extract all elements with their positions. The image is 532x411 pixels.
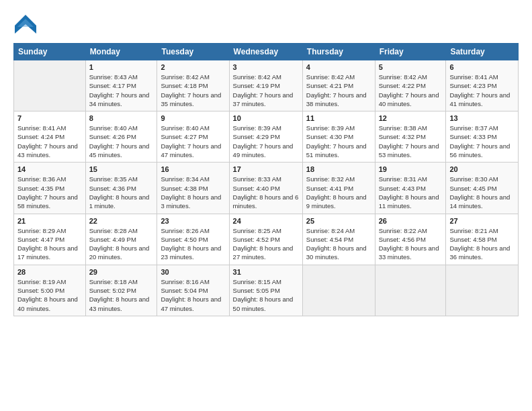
calendar-cell: 30Sunrise: 8:16 AMSunset: 5:04 PMDayligh… xyxy=(157,265,229,316)
day-info: Sunrise: 8:21 AMSunset: 4:58 PMDaylight:… xyxy=(449,226,515,262)
calendar-cell: 15Sunrise: 8:35 AMSunset: 4:36 PMDayligh… xyxy=(85,163,157,214)
weekday-header-row: SundayMondayTuesdayWednesdayThursdayFrid… xyxy=(14,44,519,60)
day-number: 22 xyxy=(89,217,154,225)
day-info: Sunrise: 8:42 AMSunset: 4:22 PMDaylight:… xyxy=(379,73,443,108)
day-number: 17 xyxy=(233,165,299,173)
day-number: 18 xyxy=(306,165,371,173)
day-info: Sunrise: 8:37 AMSunset: 4:33 PMDaylight:… xyxy=(449,124,515,159)
calendar-cell: 14Sunrise: 8:36 AMSunset: 4:35 PMDayligh… xyxy=(14,163,86,214)
day-number: 6 xyxy=(449,63,515,71)
day-number: 31 xyxy=(233,268,299,276)
day-info: Sunrise: 8:19 AMSunset: 5:00 PMDaylight:… xyxy=(17,277,82,313)
day-number: 9 xyxy=(161,114,225,122)
day-info: Sunrise: 8:31 AMSunset: 4:43 PMDaylight:… xyxy=(379,175,443,210)
calendar-cell: 26Sunrise: 8:22 AMSunset: 4:56 PMDayligh… xyxy=(375,214,446,265)
calendar-cell: 2Sunrise: 8:42 AMSunset: 4:18 PMDaylight… xyxy=(157,60,229,111)
calendar-cell: 31Sunrise: 8:15 AMSunset: 5:05 PMDayligh… xyxy=(229,265,302,316)
day-info: Sunrise: 8:41 AMSunset: 4:24 PMDaylight:… xyxy=(17,124,82,159)
weekday-header-friday: Friday xyxy=(375,44,446,60)
weekday-header-sunday: Sunday xyxy=(14,44,86,60)
calendar-cell: 17Sunrise: 8:33 AMSunset: 4:40 PMDayligh… xyxy=(229,163,302,214)
day-number: 10 xyxy=(233,114,299,122)
calendar-cell xyxy=(375,265,446,316)
calendar-cell: 7Sunrise: 8:41 AMSunset: 4:24 PMDaylight… xyxy=(14,111,86,163)
day-number: 1 xyxy=(89,63,154,71)
day-info: Sunrise: 8:28 AMSunset: 4:49 PMDaylight:… xyxy=(89,226,154,262)
calendar-cell: 6Sunrise: 8:41 AMSunset: 4:23 PMDaylight… xyxy=(446,60,519,111)
calendar-week-row: 21Sunrise: 8:29 AMSunset: 4:47 PMDayligh… xyxy=(14,214,519,265)
day-info: Sunrise: 8:40 AMSunset: 4:27 PMDaylight:… xyxy=(161,124,225,159)
weekday-header-tuesday: Tuesday xyxy=(157,44,229,60)
day-info: Sunrise: 8:36 AMSunset: 4:35 PMDaylight:… xyxy=(17,175,82,210)
day-info: Sunrise: 8:18 AMSunset: 5:02 PMDaylight:… xyxy=(89,277,154,313)
day-info: Sunrise: 8:24 AMSunset: 4:54 PMDaylight:… xyxy=(306,226,371,262)
day-number: 19 xyxy=(379,165,443,173)
day-number: 15 xyxy=(89,165,154,173)
day-info: Sunrise: 8:42 AMSunset: 4:21 PMDaylight:… xyxy=(306,73,371,108)
calendar-cell: 5Sunrise: 8:42 AMSunset: 4:22 PMDaylight… xyxy=(375,60,446,111)
calendar-cell: 3Sunrise: 8:42 AMSunset: 4:19 PMDaylight… xyxy=(229,60,302,111)
day-number: 23 xyxy=(161,217,225,225)
day-number: 26 xyxy=(379,217,443,225)
day-info: Sunrise: 8:43 AMSunset: 4:17 PMDaylight:… xyxy=(89,73,154,108)
day-number: 5 xyxy=(379,63,443,71)
day-info: Sunrise: 8:15 AMSunset: 5:05 PMDaylight:… xyxy=(233,277,299,313)
day-info: Sunrise: 8:32 AMSunset: 4:41 PMDaylight:… xyxy=(306,175,371,210)
day-info: Sunrise: 8:16 AMSunset: 5:04 PMDaylight:… xyxy=(161,277,225,313)
calendar-cell: 9Sunrise: 8:40 AMSunset: 4:27 PMDaylight… xyxy=(157,111,229,163)
calendar-cell: 18Sunrise: 8:32 AMSunset: 4:41 PMDayligh… xyxy=(302,163,375,214)
calendar-cell: 20Sunrise: 8:30 AMSunset: 4:45 PMDayligh… xyxy=(446,163,519,214)
day-number: 30 xyxy=(161,268,225,276)
day-info: Sunrise: 8:39 AMSunset: 4:29 PMDaylight:… xyxy=(233,124,299,159)
day-number: 12 xyxy=(379,114,443,122)
weekday-header-wednesday: Wednesday xyxy=(229,44,302,60)
calendar-cell: 22Sunrise: 8:28 AMSunset: 4:49 PMDayligh… xyxy=(85,214,157,265)
day-number: 11 xyxy=(306,114,371,122)
day-number: 7 xyxy=(17,114,82,122)
calendar-cell xyxy=(302,265,375,316)
calendar-cell: 16Sunrise: 8:34 AMSunset: 4:38 PMDayligh… xyxy=(157,163,229,214)
calendar-cell: 13Sunrise: 8:37 AMSunset: 4:33 PMDayligh… xyxy=(446,111,519,163)
calendar-table: SundayMondayTuesdayWednesdayThursdayFrid… xyxy=(13,43,519,316)
day-number: 28 xyxy=(17,268,82,276)
logo-icon xyxy=(13,12,38,36)
calendar-cell: 19Sunrise: 8:31 AMSunset: 4:43 PMDayligh… xyxy=(375,163,446,214)
day-number: 13 xyxy=(449,114,515,122)
day-info: Sunrise: 8:25 AMSunset: 4:52 PMDaylight:… xyxy=(233,226,299,262)
calendar-cell: 24Sunrise: 8:25 AMSunset: 4:52 PMDayligh… xyxy=(229,214,302,265)
calendar-cell: 29Sunrise: 8:18 AMSunset: 5:02 PMDayligh… xyxy=(85,265,157,316)
calendar-cell: 27Sunrise: 8:21 AMSunset: 4:58 PMDayligh… xyxy=(446,214,519,265)
calendar-cell xyxy=(14,60,86,111)
day-info: Sunrise: 8:34 AMSunset: 4:38 PMDaylight:… xyxy=(161,175,225,210)
day-info: Sunrise: 8:40 AMSunset: 4:26 PMDaylight:… xyxy=(89,124,154,159)
calendar-week-row: 1Sunrise: 8:43 AMSunset: 4:17 PMDaylight… xyxy=(14,60,519,111)
calendar-week-row: 28Sunrise: 8:19 AMSunset: 5:00 PMDayligh… xyxy=(14,265,519,316)
calendar-cell: 11Sunrise: 8:39 AMSunset: 4:30 PMDayligh… xyxy=(302,111,375,163)
calendar-body: 1Sunrise: 8:43 AMSunset: 4:17 PMDaylight… xyxy=(14,60,519,316)
weekday-header-saturday: Saturday xyxy=(446,44,519,60)
calendar-cell xyxy=(446,265,519,316)
page: SundayMondayTuesdayWednesdayThursdayFrid… xyxy=(0,0,532,411)
day-number: 25 xyxy=(306,217,371,225)
day-number: 8 xyxy=(89,114,154,122)
day-number: 29 xyxy=(89,268,154,276)
day-info: Sunrise: 8:35 AMSunset: 4:36 PMDaylight:… xyxy=(89,175,154,210)
day-info: Sunrise: 8:41 AMSunset: 4:23 PMDaylight:… xyxy=(449,73,515,108)
day-info: Sunrise: 8:26 AMSunset: 4:50 PMDaylight:… xyxy=(161,226,225,262)
weekday-header-monday: Monday xyxy=(85,44,157,60)
calendar-cell: 23Sunrise: 8:26 AMSunset: 4:50 PMDayligh… xyxy=(157,214,229,265)
calendar-cell: 21Sunrise: 8:29 AMSunset: 4:47 PMDayligh… xyxy=(14,214,86,265)
calendar-cell: 12Sunrise: 8:38 AMSunset: 4:32 PMDayligh… xyxy=(375,111,446,163)
day-info: Sunrise: 8:30 AMSunset: 4:45 PMDaylight:… xyxy=(449,175,515,210)
calendar-cell: 25Sunrise: 8:24 AMSunset: 4:54 PMDayligh… xyxy=(302,214,375,265)
day-number: 16 xyxy=(161,165,225,173)
day-info: Sunrise: 8:33 AMSunset: 4:40 PMDaylight:… xyxy=(233,175,299,210)
day-number: 14 xyxy=(17,165,82,173)
calendar-week-row: 14Sunrise: 8:36 AMSunset: 4:35 PMDayligh… xyxy=(14,163,519,214)
day-info: Sunrise: 8:39 AMSunset: 4:30 PMDaylight:… xyxy=(306,124,371,159)
logo xyxy=(13,12,40,36)
day-number: 3 xyxy=(233,63,299,71)
calendar-cell: 10Sunrise: 8:39 AMSunset: 4:29 PMDayligh… xyxy=(229,111,302,163)
calendar-cell: 4Sunrise: 8:42 AMSunset: 4:21 PMDaylight… xyxy=(302,60,375,111)
calendar-cell: 1Sunrise: 8:43 AMSunset: 4:17 PMDaylight… xyxy=(85,60,157,111)
